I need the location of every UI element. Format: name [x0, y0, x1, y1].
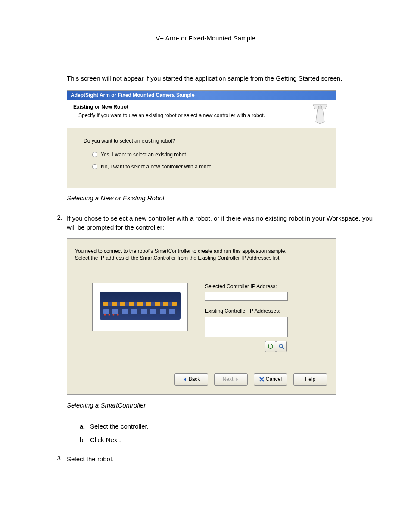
figure-caption-2: Selecting a SmartController: [67, 401, 381, 410]
list-text: If you chose to select a new controller …: [67, 214, 381, 232]
radio-icon: [92, 164, 97, 169]
svg-point-0: [318, 106, 322, 109]
list-item-3: 3. Select the robot.: [67, 454, 381, 464]
radio-option-new[interactable]: No, I want to select a new controller wi…: [84, 164, 319, 170]
help-button[interactable]: Help: [293, 373, 327, 386]
controller-image: ■ ■ ■ ■: [92, 283, 188, 331]
controller-selection-dialog: You need to connect to the robot's Smart…: [67, 238, 336, 395]
search-button[interactable]: [276, 341, 287, 352]
dialog-heading: Existing or New Robot: [73, 104, 330, 110]
dialog2-intro: You need to connect to the robot's Smart…: [75, 248, 328, 261]
refresh-icon: [268, 343, 274, 349]
list-number: 2.: [54, 214, 67, 450]
svg-point-1: [279, 344, 283, 348]
magnifier-icon: [278, 343, 284, 349]
radio-label: No, I want to select a new controller wi…: [101, 164, 211, 170]
sub-list-item-a: a. Select the controller.: [80, 422, 381, 431]
list-item-2: 2. If you chose to select a new controll…: [67, 214, 381, 450]
header-rule: [26, 50, 385, 50]
sub-list-letter: b.: [80, 435, 90, 444]
figure-caption-1: Selecting a New or Existing Robot: [67, 194, 381, 202]
radio-label: Yes, I want to select an existing robot: [101, 152, 186, 158]
intro-paragraph: This screen will not appear if you start…: [67, 74, 381, 83]
cancel-x-icon: [259, 377, 264, 382]
back-arrow-icon: [183, 377, 187, 382]
selected-ip-input[interactable]: [205, 292, 288, 301]
cancel-button[interactable]: Cancel: [254, 373, 287, 386]
back-button[interactable]: Back: [174, 373, 208, 386]
robot-selection-dialog: AdeptSight Arm or Fixed Mounted Camera S…: [67, 90, 336, 188]
svg-line-2: [282, 347, 284, 349]
radio-option-existing[interactable]: Yes, I want to select an existing robot: [84, 152, 319, 158]
selected-ip-label: Selected Controller IP Address:: [205, 283, 328, 290]
next-arrow-icon: [235, 377, 239, 382]
next-button[interactable]: Next: [214, 373, 248, 386]
page-header: V+ Arm- or Fixed-Mounted Sample: [26, 34, 385, 42]
dialog-titlebar: AdeptSight Arm or Fixed Mounted Camera S…: [67, 91, 336, 100]
existing-ip-label: Existing Controller IP Addresses:: [205, 308, 328, 315]
sub-list-item-b: b. Click Next.: [80, 435, 381, 444]
sub-list-text: Select the controller.: [90, 422, 149, 431]
refresh-button[interactable]: [265, 341, 276, 352]
dialog-question: Do you want to select an existing robot?: [84, 138, 319, 144]
radio-icon: [92, 152, 97, 157]
existing-ip-list[interactable]: [205, 317, 288, 337]
dialog-header-panel: Existing or New Robot Specify if you wan…: [67, 100, 336, 128]
dialog-subheading: Specify if you want to use an existing r…: [73, 112, 330, 118]
list-number: 3.: [54, 454, 67, 464]
robot-icon: [311, 103, 330, 124]
list-text: Select the robot.: [67, 454, 381, 464]
sub-list-text: Click Next.: [90, 435, 121, 444]
sub-list-letter: a.: [80, 422, 90, 431]
